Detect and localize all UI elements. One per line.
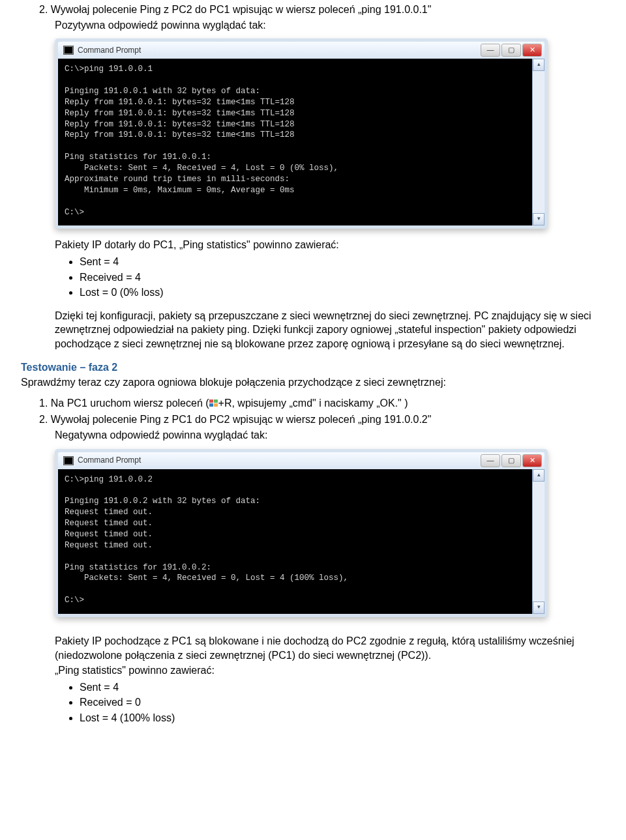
maximize-button[interactable]: ▢ [501,44,521,57]
svg-rect-0 [209,399,213,403]
scroll-up-button[interactable]: ▴ [533,469,544,482]
list-item: Received = 0 [80,695,605,710]
heading-testowanie-faza-2: Testowanie – faza 2 [21,360,605,375]
cmd-icon [63,46,74,55]
faza2-intro: Sprawdźmy teraz czy zapora ogniowa bloku… [21,375,605,390]
minimize-button[interactable]: — [481,454,500,467]
step-2-text: 2. Wywołaj polecenie Ping z PC2 do PC1 w… [39,3,605,17]
command-prompt-window-2: Command Prompt — ▢ ✕ C:\>ping 191.0.0.2 … [55,449,548,618]
scrollbar[interactable]: ▴ ▾ [532,469,544,615]
scroll-down-button[interactable]: ▾ [533,213,544,225]
console-output: C:\>ping 191.0.0.2 Pinging 191.0.0.2 wit… [58,469,532,615]
titlebar: Command Prompt — ▢ ✕ [58,42,544,59]
step-1-text-a: 1. Na PC1 uruchom wiersz poleceń ( [39,398,209,409]
list-item: Sent = 4 [80,255,605,269]
scroll-track[interactable] [533,71,544,213]
explanation-2: Pakiety IP pochodzące z PC1 są blokowane… [55,634,605,662]
close-button[interactable]: ✕ [522,454,542,467]
window-title: Command Prompt [78,455,141,465]
list-item: Received = 4 [80,270,605,285]
svg-rect-1 [214,399,218,403]
maximize-button[interactable]: ▢ [501,454,521,467]
list-item: Lost = 4 (100% loss) [80,711,605,725]
result-line: Pakiety IP dotarły do PC1, „Ping statist… [55,238,605,252]
explanation-1: Dzięki tej konfiguracji, pakiety są prze… [55,309,605,351]
cmd-icon [63,456,74,465]
minimize-button[interactable]: — [481,44,500,57]
step-2-sub: Pozytywna odpowiedź powinna wyglądać tak… [55,18,605,33]
window-title: Command Prompt [78,45,141,55]
list-item: Sent = 4 [80,680,605,695]
step-1-text: 1. Na PC1 uruchom wiersz poleceń (+R, wp… [39,396,605,411]
command-prompt-window-1: Command Prompt — ▢ ✕ C:\>ping 191.0.0.1 … [55,38,548,229]
console-output: C:\>ping 191.0.0.1 Pinging 191.0.0.1 wit… [58,59,532,225]
windows-key-icon [209,399,218,407]
result-bullets-2: Sent = 4 Received = 0 Lost = 4 (100% los… [80,680,605,725]
scrollbar[interactable]: ▴ ▾ [532,59,544,225]
step-1-text-b: +R, wpisujemy „cmd" i naciskamy „OK." ) [218,398,408,409]
step-2b-sub: Negatywna odpowiedź powinna wyglądać tak… [55,428,605,442]
close-button[interactable]: ✕ [522,44,542,57]
svg-rect-2 [209,403,213,407]
titlebar: Command Prompt — ▢ ✕ [58,452,544,469]
scroll-down-button[interactable]: ▾ [533,601,544,614]
scroll-up-button[interactable]: ▴ [533,59,544,71]
scroll-track[interactable] [533,482,544,602]
result-bullets-1: Sent = 4 Received = 4 Lost = 0 (0% loss) [80,255,605,300]
svg-rect-3 [214,403,218,407]
list-item: Lost = 0 (0% loss) [80,285,605,300]
result-line-2: „Ping statistics" powinno zawierać: [55,663,605,678]
step-2b-text: 2. Wywołaj polecenie Ping z PC1 do PC2 w… [39,413,605,427]
